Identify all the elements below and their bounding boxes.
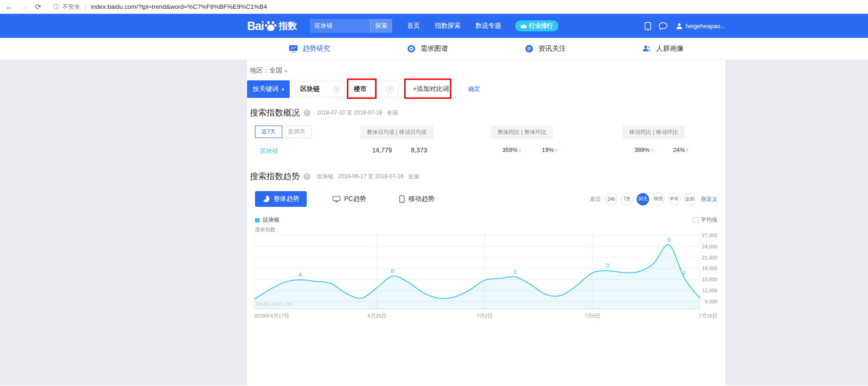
nav-index-explore[interactable]: 指数探索 <box>435 22 461 30</box>
trend-date-range: 2018-06-17 至 2018-07-16 <box>338 173 403 181</box>
checkbox-icon[interactable] <box>693 217 698 223</box>
column-header-mobile-compare: 移动同比 | 移动环比 <box>623 126 685 139</box>
tab-last-7-days[interactable]: 近7天 <box>255 126 282 138</box>
help-icon[interactable]: ? <box>303 173 310 180</box>
url-text[interactable]: index.baidu.com/?tpl=trend&word=%C7%F8%B… <box>91 3 267 10</box>
subnav-label: 资讯关注 <box>538 44 566 53</box>
column-header-overall-compare: 整体同比 | 整体环比 <box>491 126 553 139</box>
range-all[interactable]: 全部 <box>684 193 696 205</box>
range-7d[interactable]: 7天 <box>621 193 633 205</box>
tab-news-attention[interactable]: 资讯关注 <box>525 44 566 53</box>
overall-daily-avg-value: 14,779 <box>372 146 392 154</box>
logo-text: Bai <box>247 19 264 33</box>
svg-text:21,000: 21,000 <box>702 255 717 260</box>
crown-icon <box>521 24 527 29</box>
svg-text:9,000: 9,000 <box>704 299 717 304</box>
region-selector[interactable]: 地区：全国 <box>250 66 282 75</box>
svg-text:A: A <box>298 272 302 277</box>
svg-text:7月16日: 7月16日 <box>699 313 717 319</box>
remove-keyword-icon[interactable]: ✕ <box>333 86 340 93</box>
legend-color-swatch <box>255 218 260 223</box>
pie-chart-icon <box>262 195 270 203</box>
svg-text:F: F <box>683 271 686 276</box>
search-input[interactable] <box>310 19 370 33</box>
tab-overall-trend[interactable]: 整体趋势 <box>255 191 307 207</box>
browser-reload-icon[interactable]: ⟳ <box>35 2 41 11</box>
average-label: 平均值 <box>701 216 717 224</box>
overall-yoy-value: 359%↑ <box>502 146 522 153</box>
range-90d[interactable]: 90天 <box>652 193 665 205</box>
add-compare-button[interactable]: +添加对比词 <box>406 80 456 98</box>
range-30d[interactable]: 30天 <box>637 193 649 205</box>
region-arrow-icon: ▸ <box>285 68 288 74</box>
mobile-yoy-value: 389%↑ <box>634 146 654 153</box>
logo-suffix-text: 指数 <box>279 20 297 32</box>
browser-forward-icon[interactable]: → <box>20 3 28 11</box>
legend-blockchain[interactable]: 区块链 <box>255 216 279 224</box>
browser-back-icon[interactable]: ← <box>6 3 13 11</box>
site-info-icon[interactable]: ⓘ <box>53 3 59 11</box>
nav-home[interactable]: 首页 <box>407 22 420 30</box>
keyword-chip-housing[interactable]: 楼市 ✕ <box>349 81 399 97</box>
username-text: heigeheapao... <box>686 23 725 30</box>
monitor-icon <box>333 195 340 203</box>
baidu-index-logo[interactable]: Bai 指数 <box>247 19 297 33</box>
trend-line-chart[interactable]: 9,00012,00015,00018,00021,00024,00027,00… <box>254 227 725 322</box>
keyword-chip-blockchain[interactable]: 区块链 ✕ <box>295 81 345 97</box>
tab-last-30-days[interactable]: 近30天 <box>282 126 312 138</box>
site-header: Bai 指数 探索 首页 指数探索 数说专题 行业排行 <box>0 14 868 38</box>
overview-region: 全国 <box>387 109 398 117</box>
svg-text:27,000: 27,000 <box>702 233 717 238</box>
range-24h[interactable]: 24h <box>605 193 618 205</box>
tab-trend-research[interactable]: 趋势研究 <box>289 44 330 53</box>
page-background: 地区：全国 ▸ 按关键词 ▾ 区块链 ✕ 楼市 ✕ +添加对比词 确定 搜索指数 <box>0 60 868 385</box>
main-content: 地区：全国 ▸ 按关键词 ▾ 区块链 ✕ 楼市 ✕ +添加对比词 确定 搜索指数 <box>247 60 725 385</box>
svg-text:2018年6月17日: 2018年6月17日 <box>254 313 289 319</box>
keyword-mode-label: 按关键词 <box>253 85 279 93</box>
svg-text:D: D <box>606 263 609 268</box>
feature-subnav: 趋势研究 需求图谱 资讯关注 <box>0 38 868 60</box>
feedback-chat-icon[interactable] <box>659 22 668 30</box>
tab-demand-map[interactable]: 需求图谱 <box>407 44 448 53</box>
mobile-app-icon[interactable] <box>644 22 651 30</box>
keyword-mode-button[interactable]: 按关键词 ▾ <box>247 80 290 98</box>
column-header-daily-avg: 整体日均值 | 移动日均值 <box>360 126 433 139</box>
up-arrow-icon: ↑ <box>555 146 558 153</box>
average-checkbox[interactable]: 平均值 <box>693 216 717 224</box>
remove-keyword-icon[interactable]: ✕ <box>387 86 394 93</box>
tab-mobile-trend[interactable]: 移动趋势 <box>392 191 442 207</box>
url-divider: | <box>85 3 86 10</box>
crowd-portrait-icon <box>643 44 651 53</box>
mobile-qoq-value: 24%↑ <box>673 146 689 153</box>
tab-pc-trend[interactable]: PC趋势 <box>325 191 373 207</box>
table-row-keyword[interactable]: 区块链 <box>260 147 278 155</box>
browser-address-bar: ← → ⟳ ⓘ 不安全 | index.baidu.com/?tpl=trend… <box>0 0 868 14</box>
user-account[interactable]: heigeheapao... <box>676 23 725 30</box>
overview-title-row: 搜索指数概况 ? 2018-07-10 至 2018-07-16 全国 <box>250 107 725 118</box>
svg-text:©index.baidu.com: ©index.baidu.com <box>256 302 293 307</box>
nav-data-topics[interactable]: 数说专题 <box>475 22 501 30</box>
svg-text:7月2日: 7月2日 <box>477 313 492 319</box>
svg-text:18,000: 18,000 <box>702 265 717 271</box>
search-explore-button[interactable]: 探索 <box>370 19 392 33</box>
keyword-chip-label: 楼市 <box>354 85 367 93</box>
industry-rank-badge[interactable]: 行业排行 <box>515 20 558 31</box>
range-custom[interactable]: 自定义 <box>701 195 717 203</box>
trend-tab-label: 整体趋势 <box>273 195 299 203</box>
confirm-link[interactable]: 确定 <box>468 85 480 93</box>
trend-region: 全国 <box>408 173 419 181</box>
tab-crowd-portrait[interactable]: 人群画像 <box>643 44 684 53</box>
trend-chart-icon <box>289 45 298 53</box>
range-half-year[interactable]: 半年 <box>668 193 680 205</box>
trend-tab-label: PC趋势 <box>344 195 366 203</box>
svg-text:12,000: 12,000 <box>702 288 717 293</box>
help-icon[interactable]: ? <box>303 109 310 116</box>
overall-qoq-value: 19%↑ <box>542 146 558 153</box>
demand-map-icon <box>407 44 416 53</box>
svg-text:24,000: 24,000 <box>702 244 717 249</box>
svg-text:7月9日: 7月9日 <box>584 313 600 319</box>
chart-legend-row: 区块链 平均值 <box>255 216 717 224</box>
up-arrow-icon: ↑ <box>518 146 522 153</box>
overview-table: 近7天 近30天 整体日均值 | 移动日均值 整体同比 | 整体环比 移动同比 … <box>255 126 725 162</box>
svg-text:E: E <box>668 237 671 242</box>
